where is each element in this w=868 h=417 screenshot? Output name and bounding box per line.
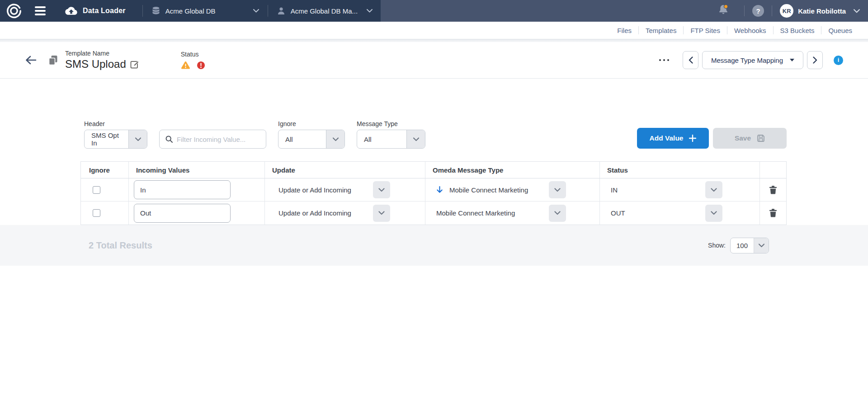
header-filter-select[interactable]: SMS Opt In — [84, 130, 147, 149]
copy-template-button[interactable] — [48, 55, 58, 66]
status-select-value: IN — [611, 186, 618, 194]
chevron-down-icon — [554, 188, 561, 192]
cloud-upload-icon — [65, 6, 77, 16]
chevron-right-icon — [813, 56, 817, 64]
ignore-filter-select[interactable]: All — [278, 130, 345, 149]
profile-selector-label: Acme Global DB Ma... — [291, 7, 358, 15]
chevron-down-icon — [413, 137, 419, 141]
incoming-value-input[interactable] — [134, 180, 231, 199]
chevron-down-icon — [253, 9, 259, 13]
column-header-incoming-values: Incoming Values — [129, 162, 265, 178]
nav-item-ftp-sites[interactable]: FTP Sites — [684, 27, 727, 34]
previous-section-button[interactable] — [683, 51, 698, 69]
divider — [772, 5, 772, 16]
update-select[interactable] — [373, 181, 390, 198]
arrow-left-icon — [25, 55, 37, 66]
update-select[interactable] — [373, 205, 390, 222]
page-size-value: 100 — [731, 242, 754, 249]
database-icon — [151, 6, 160, 15]
top-app-bar: Data Loader Acme Global DB Acme Global D… — [0, 0, 868, 22]
table-footer: 2 Total Results Show: 100 — [0, 225, 868, 266]
omeda-message-type-value: Mobile Connect Marketing — [449, 186, 528, 194]
message-type-filter-select[interactable]: All — [357, 130, 425, 149]
message-type-filter-label: Message Type — [357, 120, 425, 127]
help-icon[interactable]: ? — [752, 5, 764, 17]
chevron-down-icon — [333, 137, 339, 141]
omeda-message-type-value: Mobile Connect Marketing — [436, 209, 515, 217]
add-value-label: Add Value — [650, 134, 684, 142]
bell-icon — [718, 4, 729, 16]
nav-item-webhooks[interactable]: Webhooks — [727, 27, 773, 34]
divider — [744, 5, 745, 16]
chevron-down-icon — [554, 211, 561, 215]
template-name-label: Template Name — [65, 50, 139, 57]
trash-icon — [769, 185, 777, 195]
info-icon[interactable]: i — [834, 56, 843, 65]
chevron-down-icon[interactable] — [854, 9, 860, 13]
delete-row-button[interactable] — [769, 208, 777, 218]
page-header-actions: Message Type Mapping i — [659, 51, 844, 69]
top-app-bar-left: Data Loader Acme Global DB Acme Global D… — [0, 0, 381, 22]
status-select[interactable] — [705, 205, 722, 222]
delete-row-button[interactable] — [769, 185, 777, 195]
status-block: Status — [181, 51, 205, 70]
edit-template-name-button[interactable] — [130, 60, 139, 69]
page-size-select[interactable]: 100 — [730, 238, 769, 253]
next-section-button[interactable] — [807, 51, 823, 69]
plus-icon — [689, 135, 696, 142]
save-button[interactable]: Save — [713, 128, 787, 149]
chevron-down-icon — [378, 188, 385, 192]
save-label: Save — [735, 134, 751, 142]
error-icon[interactable] — [197, 61, 205, 70]
search-filter-label — [159, 120, 266, 127]
database-selector[interactable]: Acme Global DB — [151, 6, 259, 15]
ignore-checkbox[interactable] — [93, 186, 100, 194]
divider — [142, 5, 143, 17]
person-icon — [277, 6, 286, 15]
table-row: Update or Add Incoming Mobile Connect Ma… — [81, 178, 786, 201]
caret-down-icon — [790, 59, 794, 61]
filter-toolbar: Header SMS Opt In Ignore All Message Typ… — [84, 120, 787, 149]
omeda-logo-icon[interactable] — [6, 3, 22, 19]
nav-item-s3-buckets[interactable]: S3 Buckets — [774, 27, 821, 34]
product-name: Data Loader — [83, 7, 126, 15]
section-selector[interactable]: Message Type Mapping — [702, 51, 803, 69]
status-select[interactable] — [705, 181, 722, 198]
omeda-message-type-select[interactable] — [549, 205, 566, 222]
status-select-value: OUT — [611, 209, 625, 217]
message-type-filter-value: All — [357, 136, 406, 143]
warning-icon[interactable] — [181, 61, 190, 70]
notifications-button[interactable] — [718, 4, 729, 18]
chevron-down-icon — [711, 211, 717, 215]
mapping-table: Ignore Incoming Values Update Omeda Mess… — [80, 161, 787, 225]
search-icon — [165, 136, 173, 143]
nav-item-templates[interactable]: Templates — [639, 27, 683, 34]
total-results: 2 Total Results — [89, 240, 152, 251]
ignore-checkbox[interactable] — [93, 209, 100, 217]
back-button[interactable] — [25, 55, 37, 66]
nav-item-queues[interactable]: Queues — [821, 27, 859, 34]
incoming-value-input[interactable] — [134, 204, 231, 223]
column-header-update: Update — [265, 162, 425, 178]
more-actions-button[interactable] — [659, 59, 670, 61]
template-name-block: Template Name SMS Upload — [65, 50, 139, 70]
product-title: Data Loader — [65, 6, 126, 16]
chevron-down-icon — [135, 137, 141, 141]
avatar[interactable]: KR — [780, 4, 793, 18]
menu-icon[interactable] — [35, 6, 46, 15]
profile-selector[interactable]: Acme Global DB Ma... — [277, 6, 373, 15]
page-header: Template Name SMS Upload Status — [0, 42, 868, 79]
divider — [268, 5, 268, 17]
column-header-status: Status — [600, 162, 760, 178]
header-filter-value: SMS Opt In — [85, 131, 128, 147]
add-value-button[interactable]: Add Value — [637, 128, 709, 149]
search-input[interactable] — [177, 136, 260, 143]
trash-icon — [769, 208, 777, 218]
secondary-nav: Files Templates FTP Sites Webhooks S3 Bu… — [0, 22, 868, 39]
omeda-message-type-select[interactable] — [549, 181, 566, 198]
save-icon — [757, 134, 765, 142]
update-select-value: Update or Add Incoming — [278, 186, 351, 194]
nav-item-files[interactable]: Files — [610, 27, 638, 34]
column-header-actions — [760, 162, 786, 178]
user-name: Katie Robilotta — [798, 7, 846, 15]
